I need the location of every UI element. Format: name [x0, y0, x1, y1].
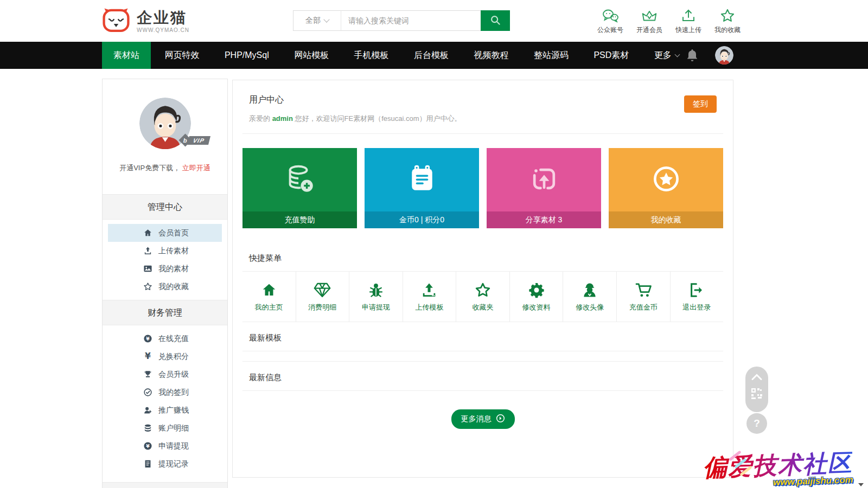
shortcut-logout[interactable]: 退出登录: [670, 272, 724, 322]
nav-item-php-mysql[interactable]: PHP/MySql: [213, 42, 280, 69]
shortcut-recharge-coins[interactable]: 充值金币: [616, 272, 670, 322]
decor-streak: [734, 458, 747, 469]
search-bar: 全部: [293, 10, 510, 31]
shortcut-edit-profile[interactable]: 修改资料: [509, 272, 563, 322]
sidebar-item-label: 在线充值: [158, 334, 189, 344]
sidebar-item-online-recharge[interactable]: ¥ 在线充值: [108, 330, 222, 348]
tile-label: 分享素材 3: [487, 211, 601, 228]
sidebar-item-exchange-points[interactable]: ¥ 兑换积分: [108, 348, 222, 365]
page: 企业猫 WWW.QYMAO.CN 全部: [0, 0, 868, 488]
box-upload-icon: [528, 163, 560, 197]
quick-link-label: 公众账号: [597, 25, 623, 35]
nav-item-backend-templates[interactable]: 后台模板: [403, 42, 460, 69]
chevron-up-icon: [751, 373, 763, 383]
sidebar-item-withdraw-records[interactable]: 提现记录: [108, 455, 222, 473]
shortcut-label: 上传模板: [415, 303, 443, 312]
quick-link-label: 开通会员: [636, 25, 662, 35]
back-to-top-button[interactable]: [745, 367, 768, 412]
vip-promo-line: 开通VIP免费下载， 立即开通: [103, 163, 227, 173]
avatar-icon: [582, 281, 598, 298]
sidebar-item-label: 我的素材: [158, 264, 189, 274]
image-icon: [143, 264, 152, 274]
nav-item-full-source[interactable]: 整站源码: [522, 42, 580, 69]
shortcut-upload-template[interactable]: 上传模板: [403, 272, 456, 322]
checkin-button[interactable]: 签到: [684, 95, 717, 113]
user-center-panel: 用户中心 签到 亲爱的 admin 您好，欢迎访问FE素材网（fesucai.c…: [232, 80, 733, 478]
sidebar-section-manage-center: 管理中心: [103, 194, 227, 220]
sidebar-item-account-details[interactable]: 账户明细: [108, 419, 222, 437]
diamond-icon: [314, 281, 331, 298]
greeting-suffix: 您好，欢迎访问FE素材网（fesucai.com）用户中心。: [295, 114, 462, 123]
nav-item-video-tutorials[interactable]: 视频教程: [463, 42, 520, 69]
cat-logo-icon: [101, 7, 131, 36]
site-logo[interactable]: 企业猫 WWW.QYMAO.CN: [101, 7, 189, 36]
shortcut-my-homepage[interactable]: 我的主页: [242, 272, 296, 322]
tile-my-favorites[interactable]: 我的收藏: [609, 148, 723, 228]
search-input[interactable]: [341, 10, 481, 31]
nav-item-website-templates[interactable]: 网站模板: [283, 42, 340, 69]
shortcut-withdraw-request[interactable]: 申请提现: [349, 272, 403, 322]
nav-item-mobile-templates[interactable]: 手机模板: [343, 42, 400, 69]
logout-icon: [688, 281, 705, 298]
sidebar-item-my-favorites[interactable]: 我的收藏: [108, 278, 222, 296]
sidebar-item-label: 账户明细: [158, 423, 189, 433]
quick-link-my-favorites[interactable]: 我的收藏: [711, 7, 744, 35]
svg-text:¥: ¥: [145, 352, 151, 361]
quick-link-open-membership[interactable]: 开通会员: [633, 7, 666, 35]
star-icon: [143, 282, 152, 292]
shortcut-edit-avatar[interactable]: 修改头像: [563, 272, 616, 322]
cart-icon: [635, 281, 652, 298]
trophy-icon: [143, 370, 152, 380]
quick-link-public-account[interactable]: 公众账号: [593, 7, 627, 35]
shortcut-label: 退出登录: [682, 303, 711, 312]
search-category-select[interactable]: 全部: [293, 10, 341, 31]
avatar[interactable]: [715, 46, 733, 65]
shortcut-label: 申请提现: [362, 303, 390, 312]
sidebar-item-member-home[interactable]: 会员首页: [108, 224, 222, 242]
greeting-username: admin: [272, 114, 293, 123]
coins-plus-icon: [283, 162, 317, 198]
nav-item-psd[interactable]: PSD素材: [582, 42, 640, 69]
sidebar-item-label: 我的收藏: [158, 282, 189, 292]
sidebar-item-my-checkin[interactable]: 我的签到: [108, 383, 222, 401]
shortcut-consumption-details[interactable]: 消费明细: [296, 272, 349, 322]
nav-item-material-site[interactable]: 素材站: [102, 42, 151, 69]
wechat-icon: [602, 7, 619, 23]
tile-coins-points[interactable]: 金币0 | 积分0: [365, 148, 479, 228]
tile-shared-materials[interactable]: 分享素材 3: [487, 148, 601, 228]
sidebar-section-finance: 财务管理: [103, 300, 227, 325]
notebook-icon: [406, 163, 438, 197]
sidebar-manage-list: 会员首页 上传素材 我的素材 我的收藏: [103, 220, 227, 300]
sidebar-item-label: 上传素材: [158, 246, 189, 256]
user-plus-icon: [143, 406, 152, 415]
svg-text:¥: ¥: [146, 336, 150, 342]
sidebar-item-withdraw-request[interactable]: ¥ 申请提现: [108, 437, 222, 455]
page-title: 用户中心: [249, 94, 717, 106]
sidebar-finance-list: ¥ 在线充值 ¥ 兑换积分 会员升级 我的签到 推广赚钱 账户明细: [103, 325, 227, 477]
tile-recharge-sponsor[interactable]: 充值赞助: [242, 148, 357, 228]
bell-icon[interactable]: [685, 48, 700, 63]
nav-item-more[interactable]: 更多: [643, 42, 691, 69]
more-messages-button[interactable]: 更多消息: [451, 409, 515, 429]
home-icon: [261, 281, 277, 298]
sidebar-item-upload-material[interactable]: 上传素材: [108, 242, 222, 260]
tile-label: 金币0 | 积分0: [365, 211, 479, 228]
sidebar-item-label: 我的签到: [158, 388, 189, 397]
main-nav: 素材站 网页特效 PHP/MySql 网站模板 手机模板 后台模板 视频教程 整…: [0, 42, 868, 69]
chevron-down-icon: [674, 52, 680, 57]
quick-menu-title: 快捷菜单: [249, 253, 717, 264]
sidebar-item-my-materials[interactable]: 我的素材: [108, 260, 222, 278]
nav-item-web-effects[interactable]: 网页特效: [153, 42, 210, 69]
sidebar-item-member-upgrade[interactable]: 会员升级: [108, 365, 222, 383]
bug-icon: [368, 281, 384, 298]
quick-link-quick-upload[interactable]: 快速上传: [672, 7, 705, 35]
help-button[interactable]: ?: [746, 413, 767, 434]
vip-open-link[interactable]: 立即开通: [182, 164, 210, 172]
quick-link-label: 我的收藏: [714, 25, 741, 35]
shortcut-label: 我的主页: [255, 303, 283, 312]
shortcut-favorites[interactable]: 收藏夹: [456, 272, 509, 322]
search-button[interactable]: [481, 10, 510, 31]
shortcut-label: 修改资料: [522, 303, 551, 312]
sidebar-item-promote-earn[interactable]: 推广赚钱: [108, 401, 222, 419]
vip-badge-text: VIP: [187, 136, 210, 145]
